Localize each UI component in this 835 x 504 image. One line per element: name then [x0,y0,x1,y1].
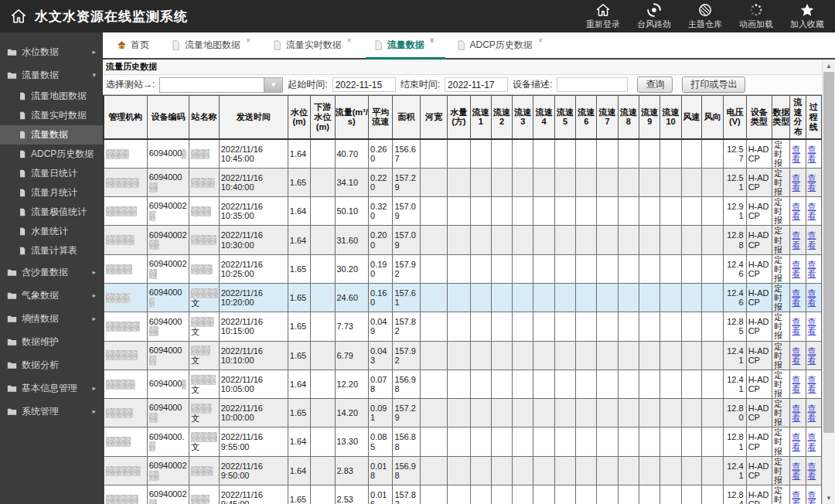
cell-process-line[interactable]: 查看 [806,312,821,341]
cell-process-line[interactable]: 查看 [806,427,821,456]
table-row[interactable]: 60940002022/11/1610:45:001.6440.700.2601… [104,139,822,169]
tab-flow-realtime-data[interactable]: 流量实时数据× [263,32,364,58]
sidebar-item-basic-info-mgmt[interactable]: 基本信息管理▸ [0,376,103,400]
cell-process-line[interactable]: 查看 [806,456,821,485]
process-line-view-link[interactable]: 查看 [808,173,816,192]
tab-adcp-history-data[interactable]: ADCP历史数据× [447,32,555,58]
topbar-action-typhoon-path[interactable]: 台风路劲 [637,2,671,30]
vertical-scrollbar[interactable]: ▲ ▼ [822,60,835,504]
sidebar-item-weather-data[interactable]: 气象数据▸ [0,284,103,307]
process-line-view-link[interactable]: 查看 [808,461,816,480]
cell-process-line[interactable]: 查看 [806,399,821,427]
process-line-view-link[interactable]: 查看 [808,404,816,422]
cell-process-line[interactable]: 查看 [806,197,821,226]
table-row[interactable]: 6094000.文2022/11/169:55:001.6413.300.085… [104,427,822,456]
cell-velocity-dist[interactable]: 查看 [790,283,806,312]
chevron-down-icon[interactable]: ▾ [264,78,282,92]
start-time-input[interactable] [332,77,396,92]
process-line-view-link[interactable]: 查看 [808,317,816,335]
cell-velocity-dist[interactable]: 查看 [790,456,806,485]
sidebar-item-flow-extreme-stats[interactable]: 流量极值统计 [0,203,103,222]
velocity-dist-view-link[interactable]: 查看 [792,288,800,307]
cell-process-line[interactable]: 查看 [806,139,821,169]
velocity-dist-view-link[interactable]: 查看 [792,461,800,480]
topbar-action-theme-repo[interactable]: 主题仓库 [688,2,722,30]
print-export-button[interactable]: 打印或导出 [682,77,745,93]
tab-close-icon[interactable]: × [246,37,250,45]
process-line-view-link[interactable]: 查看 [808,432,816,451]
tab-home[interactable]: 首页 [107,32,162,58]
cell-velocity-dist[interactable]: 查看 [790,168,806,196]
cell-velocity-dist[interactable]: 查看 [790,341,806,369]
table-row[interactable]: 6094000文2022/11/1610:20:001.6524.600.160… [104,283,822,312]
process-line-view-link[interactable]: 查看 [808,230,816,249]
cell-velocity-dist[interactable]: 查看 [790,197,806,226]
process-line-view-link[interactable]: 查看 [808,346,816,365]
velocity-dist-view-link[interactable]: 查看 [792,173,800,192]
tab-close-icon[interactable]: × [430,37,435,45]
process-line-view-link[interactable]: 查看 [808,145,816,163]
process-line-view-link[interactable]: 查看 [808,260,816,278]
topbar-action-relogin[interactable]: 重新登录 [586,2,620,30]
table-row[interactable]: 6094000文2022/11/1610:00:001.6514.200.091… [104,399,822,427]
cell-process-line[interactable]: 查看 [806,283,821,312]
cell-velocity-dist[interactable]: 查看 [790,369,806,398]
cell-process-line[interactable]: 查看 [806,226,821,254]
velocity-dist-view-link[interactable]: 查看 [792,145,800,163]
velocity-dist-view-link[interactable]: 查看 [792,404,800,422]
sidebar-item-flow-daily-stats[interactable]: 流量日统计 [0,164,103,183]
sidebar-item-sediment-data[interactable]: 含沙量数据▸ [0,261,103,284]
tab-flow-map-data[interactable]: 流量地图数据× [162,32,263,58]
sidebar-item-flow-data[interactable]: 流量数据 [0,125,103,145]
sidebar-item-soil-moisture[interactable]: 墒情数据▸ [0,307,103,330]
cell-process-line[interactable]: 查看 [806,369,821,398]
sidebar-item-flow-map-data[interactable]: 流量地图数据 [0,87,103,106]
query-button[interactable]: 查询 [637,77,673,93]
table-row[interactable]: 60940002022/11/1610:40:001.6534.100.2201… [104,168,822,196]
cell-velocity-dist[interactable]: 查看 [790,427,806,456]
velocity-dist-view-link[interactable]: 查看 [792,432,800,451]
cell-process-line[interactable]: 查看 [806,485,821,504]
cell-velocity-dist[interactable]: 查看 [790,139,806,169]
scroll-up-icon[interactable]: ▲ [823,60,835,72]
sidebar-item-flow-monthly-stats[interactable]: 流量月统计 [0,183,103,203]
velocity-dist-view-link[interactable]: 查看 [792,202,800,220]
cell-velocity-dist[interactable]: 查看 [790,312,806,341]
cell-process-line[interactable]: 查看 [806,254,821,283]
station-select[interactable]: ▾ [159,77,283,93]
velocity-dist-view-link[interactable]: 查看 [792,260,800,278]
velocity-dist-view-link[interactable]: 查看 [792,317,800,335]
sidebar-item-flow-realtime-data[interactable]: 流量实时数据 [0,106,103,125]
velocity-dist-view-link[interactable]: 查看 [792,346,800,365]
process-line-view-link[interactable]: 查看 [808,202,816,220]
table-row[interactable]: 609400022022/11/169:45:001.652.530.01615… [104,485,822,504]
sidebar-item-flow-calc-table[interactable]: 流量计算表 [0,241,103,261]
table-row[interactable]: 6094000文2022/11/1610:15:001.657.730.0491… [104,312,822,341]
scroll-down-icon[interactable]: ▼ [823,492,835,504]
velocity-dist-view-link[interactable]: 查看 [792,490,800,504]
cell-process-line[interactable]: 查看 [806,341,821,369]
velocity-dist-view-link[interactable]: 查看 [792,375,800,393]
sidebar-item-data-analysis[interactable]: 数据分析 [0,353,103,376]
process-line-view-link[interactable]: 查看 [808,375,816,393]
device-desc-input[interactable] [557,77,628,92]
process-line-view-link[interactable]: 查看 [808,490,816,504]
cell-velocity-dist[interactable]: 查看 [790,399,806,427]
sidebar-item-data-maintenance[interactable]: 数据维护 [0,330,103,353]
sidebar-item-water-volume-stats[interactable]: 水量统计 [0,222,103,241]
end-time-input[interactable] [445,77,508,92]
scrollbar-thumb[interactable] [823,72,834,433]
tab-flow-data[interactable]: 流量数据× [364,32,447,58]
sidebar-item-system-mgmt[interactable]: 系统管理▸ [0,400,103,423]
velocity-dist-view-link[interactable]: 查看 [792,230,800,249]
sidebar-item-water-level-data[interactable]: 水位数据▸ [0,40,103,63]
table-row[interactable]: 6094000文2022/11/1610:10:001.656.790.0431… [104,341,822,369]
sidebar-item-adcp-history-data[interactable]: ADCP历史数据 [0,145,103,164]
scrollbar-track[interactable] [823,72,835,492]
table-row[interactable]: 609400022022/11/1610:25:001.6530.200.190… [104,254,822,283]
table-row[interactable]: 609400022022/11/169:50:001.642.830.01815… [104,456,822,485]
table-row[interactable]: 609400022022/11/1610:30:001.6431.600.200… [104,226,822,254]
topbar-action-animation-load[interactable]: 动画加载 [739,2,773,30]
sidebar-item-flow-data-group[interactable]: 流量数据▾ [0,63,103,87]
table-row[interactable]: 609400022022/11/1610:35:001.6450.100.320… [104,197,822,226]
